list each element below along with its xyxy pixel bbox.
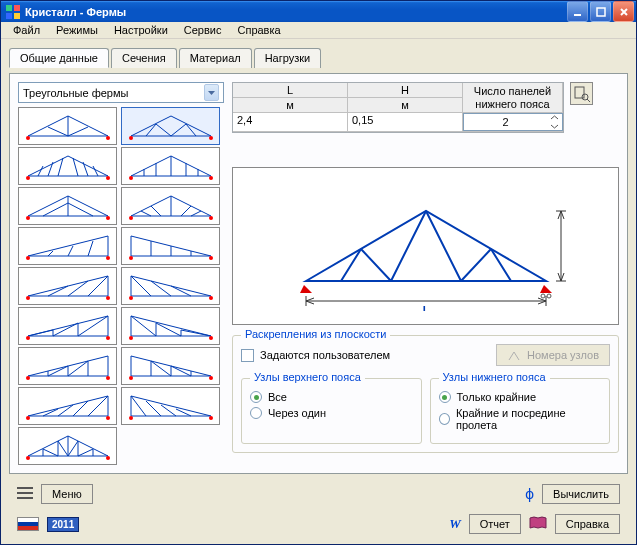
svg-text:L: L <box>422 304 429 311</box>
user-defined-checkbox[interactable] <box>241 349 254 362</box>
svg-rect-5 <box>597 8 605 16</box>
truss-option-11[interactable] <box>18 307 117 345</box>
top-label-all: Все <box>268 391 287 403</box>
svg-point-23 <box>106 296 110 300</box>
help-button[interactable]: Справка <box>555 514 620 534</box>
svg-point-17 <box>209 216 213 220</box>
tab-material[interactable]: Материал <box>179 48 252 68</box>
truss-option-5[interactable] <box>18 187 117 225</box>
svg-rect-40 <box>575 87 584 98</box>
bottom-chord-group: Узлы нижнего пояса Только крайние Крайни… <box>430 378 611 444</box>
truss-option-4[interactable] <box>121 147 220 185</box>
svg-point-14 <box>26 216 30 220</box>
menubar: Файл Режимы Настройки Сервис Справка <box>1 22 636 39</box>
svg-point-39 <box>106 456 110 460</box>
truss-option-13[interactable] <box>18 347 117 385</box>
top-radio-alternate[interactable] <box>250 407 262 419</box>
report-button[interactable]: Отчет <box>469 514 521 534</box>
svg-point-33 <box>209 376 213 380</box>
magnifier-icon <box>574 86 590 102</box>
panels-spinner[interactable]: 2 <box>463 113 563 131</box>
titlebar: Кристалл - Фермы <box>1 1 636 22</box>
bottom-label-ends-mid: Крайние и посредине пролета <box>456 407 601 431</box>
svg-point-15 <box>106 216 110 220</box>
value-H[interactable]: 0,15 <box>348 113 463 132</box>
svg-point-19 <box>106 256 110 260</box>
truss-option-15[interactable] <box>18 387 117 425</box>
svg-point-11 <box>106 176 110 180</box>
truss-option-17[interactable] <box>18 427 117 465</box>
svg-rect-48 <box>17 497 33 499</box>
bottom-toolbar-2: 2011 W Отчет Справка <box>9 514 628 538</box>
truss-option-10[interactable] <box>121 267 220 305</box>
svg-point-26 <box>26 336 30 340</box>
unit-L: м <box>233 98 348 113</box>
tab-general[interactable]: Общие данные <box>9 48 109 68</box>
svg-point-36 <box>129 416 133 420</box>
truss-option-1[interactable] <box>18 107 117 145</box>
truss-selector-column: Треугольные фермы <box>18 82 224 465</box>
truss-preview: L H <box>232 167 619 325</box>
svg-point-31 <box>106 376 110 380</box>
tab-loads[interactable]: Нагрузки <box>254 48 322 68</box>
svg-point-6 <box>26 136 30 140</box>
preview-zoom-button[interactable] <box>570 82 593 105</box>
menu-settings[interactable]: Настройки <box>106 22 176 38</box>
tab-strip: Общие данные Сечения Материал Нагрузки <box>9 47 628 67</box>
user-defined-label: Задаются пользователем <box>260 349 390 361</box>
truss-type-value: Треугольные фермы <box>23 87 128 99</box>
truss-option-16[interactable] <box>121 387 220 425</box>
menu-icon <box>17 486 33 502</box>
menu-file[interactable]: Файл <box>5 22 48 38</box>
chevron-down-icon <box>204 84 219 101</box>
maximize-button[interactable] <box>590 1 611 22</box>
menu-modes[interactable]: Режимы <box>48 22 106 38</box>
svg-point-18 <box>26 256 30 260</box>
menu-service[interactable]: Сервис <box>176 22 230 38</box>
tab-panel-general: Треугольные фермы <box>9 73 628 474</box>
menu-help[interactable]: Справка <box>229 22 288 38</box>
minimize-button[interactable] <box>567 1 588 22</box>
truss-option-9[interactable] <box>18 267 117 305</box>
bottom-label-ends: Только крайние <box>457 391 537 403</box>
truss-option-3[interactable] <box>18 147 117 185</box>
spin-up-icon[interactable] <box>547 114 562 122</box>
bottom-radio-ends[interactable] <box>439 391 451 403</box>
svg-point-43 <box>547 294 551 298</box>
top-radio-all[interactable] <box>250 391 262 403</box>
svg-point-38 <box>26 456 30 460</box>
svg-point-7 <box>106 136 110 140</box>
truss-option-6[interactable] <box>121 187 220 225</box>
svg-point-16 <box>129 216 133 220</box>
bottom-toolbar: Меню ϕ Вычислить <box>9 480 628 508</box>
truss-thumbnail-grid <box>18 107 224 465</box>
book-icon <box>529 516 547 532</box>
svg-point-13 <box>209 176 213 180</box>
truss-option-14[interactable] <box>121 347 220 385</box>
spin-down-icon[interactable] <box>547 122 562 130</box>
tab-sections[interactable]: Сечения <box>111 48 177 68</box>
truss-type-combo[interactable]: Треугольные фермы <box>18 82 224 103</box>
compute-button[interactable]: Вычислить <box>542 484 620 504</box>
flag-icon <box>17 517 39 531</box>
app-icon <box>5 4 21 20</box>
col-header-panels: Число панелей нижнего пояса <box>463 83 563 113</box>
value-L[interactable]: 2,4 <box>233 113 348 132</box>
svg-point-42 <box>541 294 545 298</box>
truss-option-12[interactable] <box>121 307 220 345</box>
top-chord-title: Узлы верхнего пояса <box>250 371 365 383</box>
parameters-column: L H Число панелей нижнего пояса м м 2,4 … <box>232 82 619 465</box>
menu-button[interactable]: Меню <box>41 484 93 504</box>
word-icon: W <box>449 516 461 532</box>
truss-option-8[interactable] <box>121 227 220 265</box>
svg-point-9 <box>209 136 213 140</box>
truss-option-7[interactable] <box>18 227 117 265</box>
value-panels-cell: 2 <box>463 113 563 132</box>
truss-option-2[interactable] <box>121 107 220 145</box>
close-button[interactable] <box>613 1 634 22</box>
bottom-radio-ends-mid[interactable] <box>439 413 450 425</box>
svg-point-34 <box>26 416 30 420</box>
col-header-H: H <box>348 83 463 98</box>
node-numbers-button: Номера узлов <box>496 344 610 366</box>
svg-rect-2 <box>6 13 12 19</box>
